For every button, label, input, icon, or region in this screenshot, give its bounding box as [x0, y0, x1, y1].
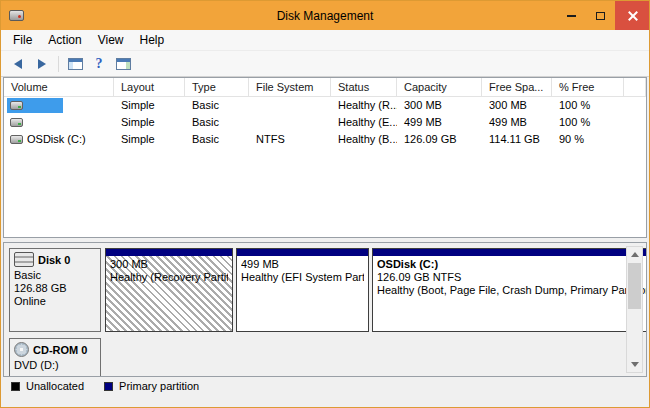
disk-0-header: Disk 0	[10, 249, 100, 269]
cdrom-kind: DVD (D:)	[10, 359, 100, 372]
window-title: Disk Management	[1, 9, 649, 23]
menu-bar: File Action View Help	[1, 30, 649, 51]
forward-icon	[38, 59, 46, 69]
partition-status: Healthy (EFI System Partition)	[241, 271, 364, 284]
toolbar: ?	[1, 51, 649, 77]
partition-size: 499 MB	[241, 258, 364, 271]
close-icon	[627, 10, 638, 21]
free-space-cell: 499 MB	[482, 114, 552, 131]
menu-view[interactable]: View	[90, 30, 132, 50]
titlebar[interactable]: Disk Management	[1, 1, 649, 30]
scroll-down-icon	[631, 362, 639, 367]
scrollbar-thumb[interactable]	[628, 263, 641, 309]
scroll-down-button[interactable]	[627, 357, 642, 372]
partition-recovery[interactable]: 300 MB Healthy (Recovery Partition)	[105, 248, 233, 332]
legend: Unallocated Primary partition	[1, 377, 649, 395]
column-header-free-space[interactable]: Free Spa...	[482, 78, 552, 97]
action-pane-icon	[116, 58, 131, 70]
disk-management-window: Disk Management File Action View Help ? …	[0, 0, 650, 408]
minimize-button[interactable]	[557, 1, 586, 30]
layout-cell: Simple	[114, 131, 185, 148]
minimize-icon	[567, 15, 576, 17]
volume-icon	[10, 135, 23, 144]
column-header-filler	[624, 78, 646, 97]
partition-efi[interactable]: 499 MB Healthy (EFI System Partition)	[236, 248, 369, 332]
partition-size: 300 MB	[110, 258, 228, 271]
column-header-pct-free[interactable]: % Free	[552, 78, 624, 97]
unallocated-swatch	[11, 382, 20, 391]
disk-0-size: 126.88 GB	[10, 282, 100, 295]
close-button[interactable]	[615, 1, 649, 30]
disk-icon	[14, 252, 34, 267]
menu-help[interactable]: Help	[132, 30, 173, 50]
filler-cell	[624, 97, 646, 114]
disk-management-icon	[9, 10, 24, 21]
disk-0-label[interactable]: Disk 0 Basic 126.88 GB Online	[9, 248, 101, 332]
disk-0-partitions: 300 MB Healthy (Recovery Partition) 499 …	[105, 248, 647, 332]
cdrom-label[interactable]: CD-ROM 0 DVD (D:)	[9, 338, 101, 377]
vertical-scrollbar[interactable]	[626, 246, 643, 373]
column-header-status[interactable]: Status	[331, 78, 397, 97]
table-header: Volume Layout Type File System Status Ca…	[4, 78, 646, 97]
volume-name-cell	[4, 114, 114, 131]
graphical-view: Disk 0 Basic 126.88 GB Online 300 MB Hea…	[3, 242, 647, 377]
column-header-file-system[interactable]: File System	[249, 78, 331, 97]
maximize-button[interactable]	[586, 1, 615, 30]
action-pane-button[interactable]	[112, 54, 134, 74]
table-row-osdisk[interactable]: OSDisk (C:) Simple Basic NTFS Healthy (B…	[4, 131, 646, 148]
menu-action[interactable]: Action	[40, 30, 89, 50]
disk-0-status: Online	[10, 295, 100, 308]
column-header-capacity[interactable]: Capacity	[397, 78, 482, 97]
primary-partition-label: Primary partition	[119, 380, 199, 392]
cd-rom-icon	[14, 342, 29, 357]
disk-0-kind: Basic	[10, 269, 100, 282]
layout-cell: Simple	[114, 114, 185, 131]
console-tree-button[interactable]	[64, 54, 86, 74]
partition-status: Healthy (Boot, Page File, Crash Dump, Pr…	[377, 284, 647, 297]
cdrom-header: CD-ROM 0	[10, 339, 100, 359]
volume-icon	[10, 101, 23, 110]
help-button[interactable]: ?	[88, 54, 110, 74]
volume-label-wrap	[7, 115, 30, 130]
partition-osdisk[interactable]: OSDisk (C:) 126.09 GB NTFS Healthy (Boot…	[372, 248, 647, 332]
capacity-cell: 499 MB	[397, 114, 482, 131]
primary-partition-swatch	[104, 382, 113, 391]
free-space-cell: 114.11 GB	[482, 131, 552, 148]
partition-recovery-body: 300 MB Healthy (Recovery Partition)	[106, 256, 232, 331]
status-cell: Healthy (R...	[331, 97, 397, 114]
scroll-up-icon	[631, 252, 639, 257]
pct-free-cell: 100 %	[552, 114, 624, 131]
pct-free-cell: 100 %	[552, 97, 624, 114]
capacity-cell: 300 MB	[397, 97, 482, 114]
partition-color-bar	[237, 249, 368, 256]
console-tree-icon	[68, 58, 83, 70]
layout-cell: Simple	[114, 97, 185, 114]
back-icon	[14, 59, 22, 69]
status-cell: Healthy (B...	[331, 131, 397, 148]
unallocated-label: Unallocated	[26, 380, 84, 392]
column-header-layout[interactable]: Layout	[114, 78, 185, 97]
pct-free-cell: 90 %	[552, 131, 624, 148]
cdrom-name: CD-ROM 0	[33, 344, 87, 356]
partition-size: 126.09 GB NTFS	[377, 271, 647, 284]
column-header-type[interactable]: Type	[185, 78, 249, 97]
file-system-cell	[249, 114, 331, 131]
filler-cell	[624, 114, 646, 131]
type-cell: Basic	[185, 131, 249, 148]
maximize-icon	[596, 12, 605, 20]
column-header-volume[interactable]: Volume	[4, 78, 114, 97]
disk-0-row: Disk 0 Basic 126.88 GB Online 300 MB Hea…	[9, 248, 620, 332]
menu-file[interactable]: File	[5, 30, 40, 50]
partition-status: Healthy (Recovery Partition)	[110, 271, 228, 284]
forward-button[interactable]	[31, 54, 53, 74]
file-system-cell: NTFS	[249, 131, 331, 148]
back-button[interactable]	[7, 54, 29, 74]
table-row-efi[interactable]: Simple Basic Healthy (E... 499 MB 499 MB…	[4, 114, 646, 131]
capacity-cell: 126.09 GB	[397, 131, 482, 148]
scroll-up-button[interactable]	[627, 247, 642, 262]
selection-highlight	[7, 98, 63, 113]
partition-color-bar	[373, 249, 647, 256]
partition-efi-body: 499 MB Healthy (EFI System Partition)	[237, 256, 368, 331]
volume-icon	[10, 118, 23, 127]
table-row-recovery[interactable]: Simple Basic Healthy (R... 300 MB 300 MB…	[4, 97, 646, 114]
